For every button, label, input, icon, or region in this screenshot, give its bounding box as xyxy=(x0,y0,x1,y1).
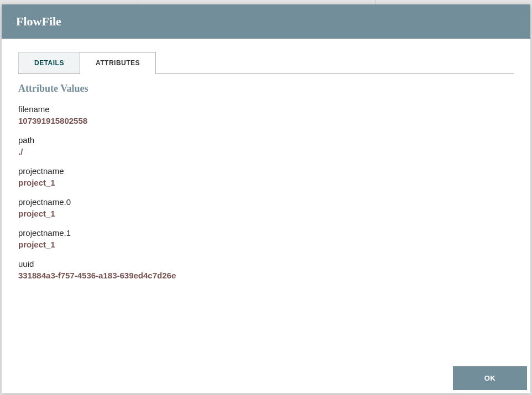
attribute-value: project_1 xyxy=(18,209,514,218)
modal-footer: OK xyxy=(2,366,530,393)
tab-details[interactable]: DETAILS xyxy=(18,52,80,73)
attribute-name: projectname.1 xyxy=(18,228,514,238)
attribute-row: projectname project_1 xyxy=(18,166,514,187)
attribute-value: 107391915802558 xyxy=(18,116,514,125)
attribute-row: filename 107391915802558 xyxy=(18,104,514,125)
attribute-name: uuid xyxy=(18,259,514,268)
section-title: Attribute Values xyxy=(18,83,514,94)
attribute-name: filename xyxy=(18,104,514,114)
tab-attributes[interactable]: ATTRIBUTES xyxy=(80,52,156,74)
attribute-name: projectname xyxy=(18,166,514,176)
attribute-row: path ./ xyxy=(18,135,514,156)
attribute-value: ./ xyxy=(18,147,514,156)
tabs-container: DETAILS ATTRIBUTES xyxy=(18,52,514,74)
attribute-name: projectname.0 xyxy=(18,197,514,207)
ok-button[interactable]: OK xyxy=(453,366,527,390)
flowfile-modal: FlowFile DETAILS ATTRIBUTES Attribute Va… xyxy=(2,4,530,393)
modal-body: DETAILS ATTRIBUTES Attribute Values file… xyxy=(2,39,530,366)
attributes-list: filename 107391915802558 path ./ project… xyxy=(18,104,514,280)
attribute-row: projectname.0 project_1 xyxy=(18,197,514,218)
modal-title: FlowFile xyxy=(2,4,530,39)
attribute-value: project_1 xyxy=(18,240,514,249)
attribute-name: path xyxy=(18,135,514,145)
attribute-value: 331884a3-f757-4536-a183-639ed4c7d26e xyxy=(18,271,514,280)
attribute-row: uuid 331884a3-f757-4536-a183-639ed4c7d26… xyxy=(18,259,514,280)
attribute-value: project_1 xyxy=(18,178,514,187)
attribute-row: projectname.1 project_1 xyxy=(18,228,514,249)
